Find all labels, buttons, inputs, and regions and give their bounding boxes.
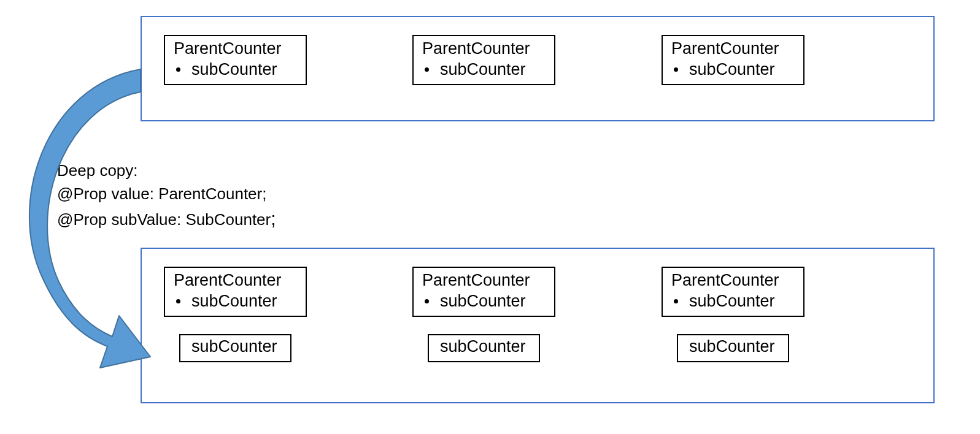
- parent-counter-box: ParentCounter subCounter: [164, 267, 307, 317]
- sub-counter-box: subCounter: [677, 334, 789, 362]
- parent-counter-bullet-line: subCounter: [671, 59, 795, 80]
- sub-counter-box: subCounter: [179, 334, 291, 362]
- parent-counter-bullet-line: subCounter: [422, 291, 546, 312]
- parent-counter-title: ParentCounter: [671, 39, 795, 59]
- parent-counter-box: ParentCounter subCounter: [662, 267, 804, 317]
- parent-counter-bullet-line: subCounter: [174, 59, 297, 80]
- parent-counter-bullet-line: subCounter: [422, 59, 546, 80]
- bullet-icon: [176, 299, 180, 303]
- deep-copy-label: Deep copy: @Prop value: ParentCounter; @…: [57, 159, 276, 232]
- sub-counter-label: subCounter: [191, 59, 277, 80]
- sub-counter-label: subCounter: [440, 337, 526, 356]
- deep-copy-line-2: @Prop value: ParentCounter;: [57, 183, 276, 206]
- parent-counter-bullet-line: subCounter: [174, 291, 297, 312]
- parent-counter-title: ParentCounter: [174, 270, 297, 291]
- parent-counter-box: ParentCounter subCounter: [412, 267, 555, 317]
- parent-counter-title: ParentCounter: [422, 39, 546, 59]
- sub-counter-label: subCounter: [689, 59, 775, 80]
- sub-counter-label: subCounter: [440, 59, 526, 80]
- bullet-icon: [674, 67, 678, 72]
- deep-copy-line-3: @Prop subValue: SubCounter;: [57, 205, 276, 232]
- sub-counter-label: subCounter: [191, 291, 277, 312]
- diagram-stage: ParentCounter subCounter ParentCounter s…: [0, 0, 980, 434]
- sub-counter-label: subCounter: [689, 337, 775, 356]
- bullet-icon: [176, 67, 180, 72]
- parent-counter-box: ParentCounter subCounter: [412, 35, 555, 85]
- parent-counter-title: ParentCounter: [422, 270, 546, 291]
- bullet-icon: [674, 299, 678, 303]
- parent-counter-box: ParentCounter subCounter: [662, 35, 804, 85]
- sub-counter-box: subCounter: [428, 334, 540, 362]
- sub-counter-label: subCounter: [191, 337, 277, 356]
- bullet-icon: [425, 299, 429, 303]
- bullet-icon: [425, 67, 429, 72]
- parent-counter-box: ParentCounter subCounter: [164, 35, 307, 85]
- sub-counter-label: subCounter: [440, 291, 526, 312]
- sub-counter-label: subCounter: [689, 291, 775, 312]
- parent-counter-title: ParentCounter: [671, 270, 795, 291]
- deep-copy-line-1: Deep copy:: [57, 159, 276, 183]
- parent-counter-bullet-line: subCounter: [671, 291, 795, 312]
- parent-counter-title: ParentCounter: [174, 39, 297, 59]
